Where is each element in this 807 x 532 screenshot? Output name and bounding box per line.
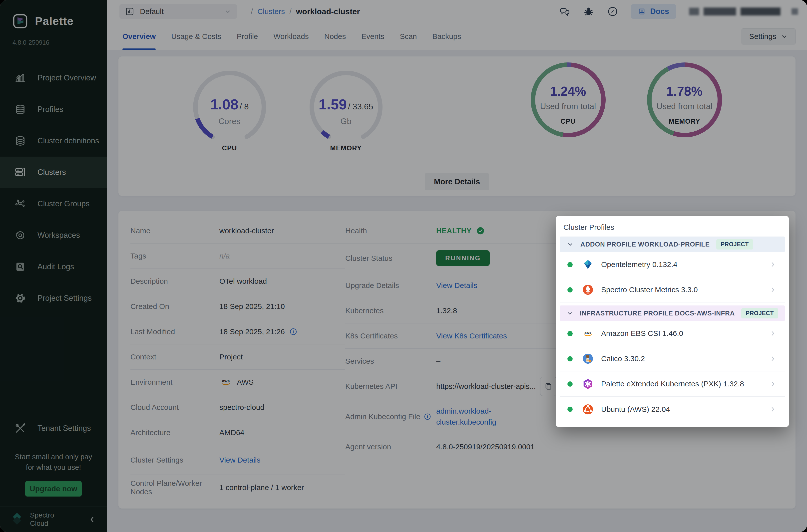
- ubuntu-logo-icon: [582, 404, 594, 415]
- chevron-right-icon: [769, 330, 776, 337]
- opentelemetry-logo-icon: [582, 259, 594, 270]
- healthy-status-dot: [567, 331, 573, 336]
- profile-layer-ubuntu[interactable]: Ubuntu (AWS) 22.04: [560, 397, 785, 422]
- addon-profile-section-header[interactable]: ADDON PROFILE WORKLOAD-PROFILE PROJECT: [560, 236, 785, 252]
- profile-layer-amazon-ebs-csi[interactable]: aws Amazon EBS CSI 1.46.0: [560, 321, 785, 346]
- section-header-label: ADDON PROFILE WORKLOAD-PROFILE: [580, 241, 710, 248]
- profile-layer-name: Calico 3.30.2: [601, 355, 645, 363]
- project-scope-badge: PROJECT: [741, 308, 778, 319]
- profile-layer-pxk[interactable]: Palette eXtended Kubernetes (PXK) 1.32.8: [560, 372, 785, 397]
- profile-layer-name: Amazon EBS CSI 1.46.0: [601, 329, 683, 338]
- chevron-right-icon: [769, 355, 776, 362]
- section-header-label: INFRASTRUCTURE PROFILE DOCS-AWS-INFRA: [580, 309, 735, 317]
- profile-layer-name: Palette eXtended Kubernetes (PXK) 1.32.8: [601, 380, 744, 388]
- healthy-status-dot: [567, 406, 573, 412]
- chevron-down-icon: [566, 309, 574, 317]
- calico-logo-icon: [582, 353, 594, 364]
- chevron-right-icon: [769, 286, 776, 293]
- cluster-profiles-panel: Cluster Profiles ADDON PROFILE WORKLOAD-…: [556, 216, 789, 427]
- profile-layer-name: Spectro Cluster Metrics 3.3.0: [601, 285, 698, 294]
- chevron-right-icon: [769, 406, 776, 413]
- pxk-logo-icon: [582, 378, 594, 390]
- project-scope-badge: PROJECT: [716, 239, 753, 249]
- chevron-right-icon: [769, 261, 776, 268]
- prometheus-logo-icon: [582, 284, 594, 296]
- chevron-right-icon: [769, 380, 776, 387]
- healthy-status-dot: [567, 287, 573, 292]
- chevron-down-icon: [566, 241, 574, 248]
- profile-layer-calico[interactable]: Calico 3.30.2: [560, 346, 785, 372]
- app-window: Palette 4.8.0-250916 Project Overview Pr…: [0, 0, 807, 532]
- cluster-profiles-list: ADDON PROFILE WORKLOAD-PROFILE PROJECT O…: [560, 236, 785, 422]
- healthy-status-dot: [567, 381, 573, 387]
- aws-logo-icon: aws: [582, 328, 594, 339]
- profile-layer-name: Ubuntu (AWS) 22.04: [601, 405, 670, 414]
- healthy-status-dot: [567, 262, 573, 267]
- healthy-status-dot: [567, 356, 573, 361]
- svg-text:aws: aws: [584, 330, 592, 335]
- cluster-profiles-title: Cluster Profiles: [556, 216, 789, 236]
- profile-layer-opentelemetry[interactable]: Opentelemetry 0.132.4: [560, 252, 785, 277]
- profile-layer-spectro-cluster-metrics[interactable]: Spectro Cluster Metrics 3.3.0: [560, 277, 785, 302]
- profile-layer-name: Opentelemetry 0.132.4: [601, 260, 677, 269]
- infrastructure-profile-section-header[interactable]: INFRASTRUCTURE PROFILE DOCS-AWS-INFRA PR…: [560, 305, 785, 321]
